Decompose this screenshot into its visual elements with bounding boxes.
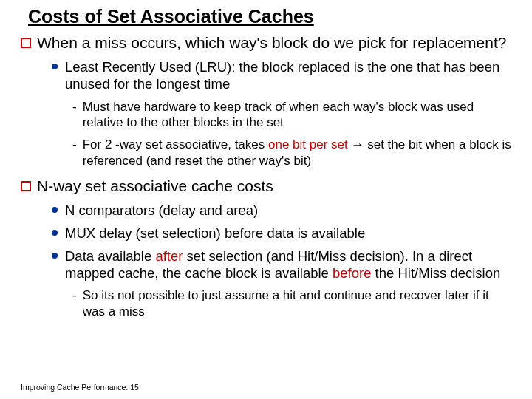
q1-b1-d2-text: For 2 -way set associative, takes one bi… [83,137,511,169]
q1-b1-text: Least Recently Used (LRU): the block rep… [65,58,511,92]
text-emphasis: one bit per set [268,137,348,151]
text-emphasis: before [332,265,371,281]
dot-bullet-icon [52,253,58,259]
text-emphasis: after [155,248,183,264]
bullet-level2: N comparators (delay and area) [52,202,511,219]
bullet-level2: Least Recently Used (LRU): the block rep… [52,58,511,92]
square-bullet-icon [21,181,31,191]
square-bullet-icon [21,38,31,48]
text-pre: For 2 -way set associative, takes [83,137,268,151]
dash-bullet-icon: - [72,287,77,303]
bullet-level2: MUX delay (set selection) before data is… [52,225,511,242]
dash-bullet-icon: - [72,137,77,152]
bullet-level1: N-way set associative cache costs [21,177,511,196]
dot-bullet-icon [52,64,58,69]
slide: Costs of Set Associative Caches When a m… [0,0,532,399]
bullet-level3: - For 2 -way set associative, takes one … [72,137,511,169]
dash-bullet-icon: - [72,99,77,115]
bullet-level3: - So its not possible to just assume a h… [72,287,511,320]
text-part: Data available [65,248,155,264]
bullet-level1: When a miss occurs, which way's block do… [21,33,511,52]
slide-title: Costs of Set Associative Caches [21,6,511,27]
q2-b3-d1-text: So its not possible to just assume a hit… [83,287,511,320]
q2-b3-text: Data available after set selection (and … [65,248,511,282]
bullet-level3: - Must have hardware to keep track of wh… [72,99,511,132]
q2-text: N-way set associative cache costs [37,177,273,196]
q2-b2-text: MUX delay (set selection) before data is… [65,225,365,242]
q1-text: When a miss occurs, which way's block do… [37,33,506,52]
q2-b1-text: N comparators (delay and area) [65,202,258,219]
q1-b1-d1-text: Must have hardware to keep track of when… [83,99,511,132]
dot-bullet-icon [52,230,58,236]
slide-footer: Improving Cache Performance. 15 [21,383,139,392]
dot-bullet-icon [52,207,58,213]
text-part: the Hit/Miss decision [371,265,500,281]
bullet-level2: Data available after set selection (and … [52,248,511,282]
